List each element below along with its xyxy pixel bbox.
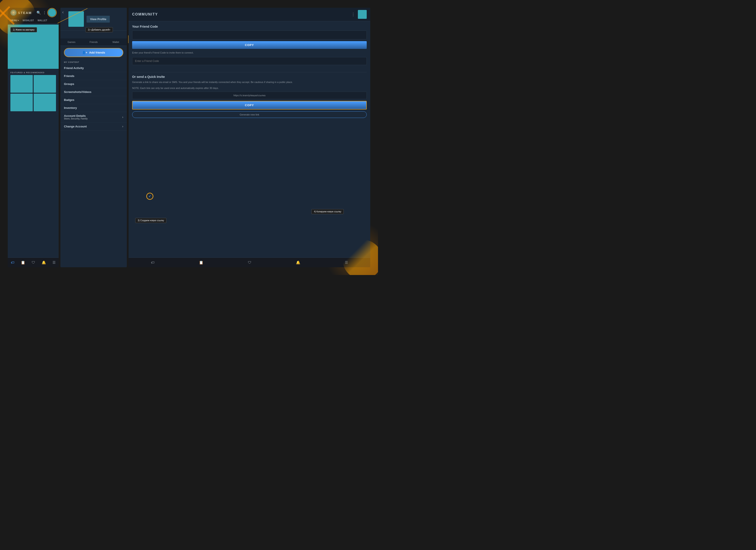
invite-link-text: https://s.team/p/ваша/ссылка (135, 94, 364, 97)
right-content: Your Friend Code COPY Enter your friend'… (129, 21, 370, 259)
annotation-2: 2) «Добавить друзей» (85, 27, 113, 32)
friend-code-title: Your Friend Code (132, 25, 367, 28)
add-friends-wrapper: 👤+ Add friends (60, 46, 127, 59)
featured-item-1[interactable] (10, 75, 33, 93)
generate-new-link-button[interactable]: Generate new link (132, 111, 367, 118)
featured-grid (8, 75, 59, 111)
change-account-label: Change Account (64, 125, 87, 128)
friend-code-helper-text: Enter your friend's Friend Code to invit… (132, 51, 367, 54)
quick-invite-description: Generate a link to share via email or SM… (132, 80, 367, 84)
r-tag-icon[interactable]: 🏷 (151, 261, 154, 265)
nav-menu[interactable]: MENU ▾ (10, 18, 19, 23)
add-friends-label: Add friends (89, 51, 105, 54)
back-button[interactable]: ‹ (62, 10, 64, 15)
featured-item-4[interactable] (34, 94, 56, 111)
community-more-icon[interactable]: ⋮ (351, 12, 355, 17)
svg-point-1 (13, 12, 14, 13)
add-friends-button[interactable]: 👤+ Add friends (64, 48, 123, 57)
community-avatar[interactable] (358, 10, 367, 19)
menu-badges[interactable]: Badges (60, 96, 127, 104)
search-icon[interactable]: 🔍 (37, 11, 41, 15)
menu-inventory[interactable]: Inventory (60, 104, 127, 112)
r-bell-icon[interactable]: 🔔 (296, 261, 300, 265)
menu-groups[interactable]: Groups (60, 80, 127, 88)
left-panel: STEAM 🔍 ⋮ MENU ▾ WISHLIST WALLET 1) Жмем… (8, 8, 59, 267)
view-profile-button[interactable]: View Profile (87, 16, 110, 23)
copy-section: COPY (132, 101, 367, 111)
menu-screenshots[interactable]: Screenshots/Videos (60, 88, 127, 96)
tab-wallet[interactable]: Wallet (105, 39, 127, 46)
enter-friend-code-input[interactable] (132, 57, 367, 65)
left-bottom-nav: 🏷 📋 🛡 🔔 ☰ (8, 258, 59, 267)
invite-link-box: https://s.team/p/ваша/ссылка (132, 92, 367, 99)
annotation-4: 4) Копируем новую ссылку (311, 209, 344, 214)
add-friends-icon: 👤+ (82, 51, 87, 54)
steam-logo-text: STEAM (18, 11, 32, 15)
steam-nav: MENU ▾ WISHLIST WALLET (8, 17, 59, 24)
menu-friend-activity[interactable]: Friend Activity (60, 64, 127, 72)
tag-icon[interactable]: 🏷 (11, 261, 14, 265)
tab-games[interactable]: Games (60, 39, 83, 46)
copy-friend-code-button[interactable]: COPY (132, 41, 367, 49)
tab-friends[interactable]: Friends (83, 39, 105, 46)
annotation-3: 3) Создаем новую ссылку (135, 218, 166, 223)
featured-item-2[interactable] (34, 75, 56, 93)
steam-header: STEAM 🔍 ⋮ (8, 8, 59, 17)
r-shield-icon[interactable]: 🛡 (248, 261, 251, 265)
steam-icon (10, 10, 17, 16)
copy-invite-link-button[interactable]: COPY (132, 101, 367, 110)
more-options-icon[interactable]: ⋮ (43, 11, 46, 15)
steam-logo-area: STEAM (10, 10, 32, 16)
avatar-ring (47, 8, 57, 17)
menu-change-account[interactable]: Change Account › (60, 122, 127, 131)
note-text: NOTE: Each link can only be used once an… (132, 86, 367, 90)
header-icons: 🔍 ⋮ (37, 9, 56, 17)
chevron-down-icon: ▾ (18, 19, 19, 21)
checkmark-icon: ✓ (146, 193, 153, 200)
list-icon[interactable]: 📋 (21, 261, 25, 265)
right-panel: COMMUNITY ⋮ Your Friend Code COPY Enter … (129, 8, 370, 267)
right-bottom-nav: 🏷 📋 🛡 🔔 ☰ (129, 258, 370, 267)
nav-wallet[interactable]: WALLET (38, 18, 47, 23)
menu-icon[interactable]: ☰ (52, 261, 56, 265)
profile-avatar (68, 11, 84, 27)
account-details-subtitle: Store, Security, Family (64, 118, 88, 120)
featured-item-3[interactable] (10, 94, 33, 111)
quick-invite-title: Or send a Quick Invite (132, 75, 367, 79)
friend-code-section: Your Friend Code COPY Enter your friend'… (132, 25, 367, 69)
note-section: NOTE: Each link can only be used once an… (132, 86, 367, 90)
profile-tabs: Games Friends Wallet (60, 39, 127, 46)
menu-friends[interactable]: Friends (60, 72, 127, 80)
nav-wishlist[interactable]: WISHLIST (23, 18, 34, 23)
r-menu-icon[interactable]: ☰ (345, 261, 348, 265)
community-title: COMMUNITY (132, 12, 158, 16)
annotation-1: 1) Жмем на аватарку (10, 27, 37, 32)
r-list-icon[interactable]: 📋 (199, 261, 203, 265)
friend-code-display (132, 31, 367, 39)
account-details-label: Account Details (64, 114, 88, 118)
menu-account-details[interactable]: Account Details Store, Security, Family … (60, 112, 127, 122)
featured-label: FEATURED & RECOMMENDED (8, 69, 59, 75)
right-header: COMMUNITY ⋮ (129, 8, 370, 21)
shield-icon[interactable]: 🛡 (32, 261, 35, 265)
my-content-label: MY CONTENT (60, 59, 127, 64)
arrow-right-icon: › (122, 115, 123, 119)
middle-panel: ‹ View Profile 2) «Добавить друзей» Game… (60, 8, 127, 267)
arrow-right-icon-2: › (122, 125, 123, 128)
bell-icon[interactable]: 🔔 (42, 261, 46, 265)
right-header-icons: ⋮ (351, 10, 367, 19)
avatar-container[interactable] (48, 9, 56, 17)
